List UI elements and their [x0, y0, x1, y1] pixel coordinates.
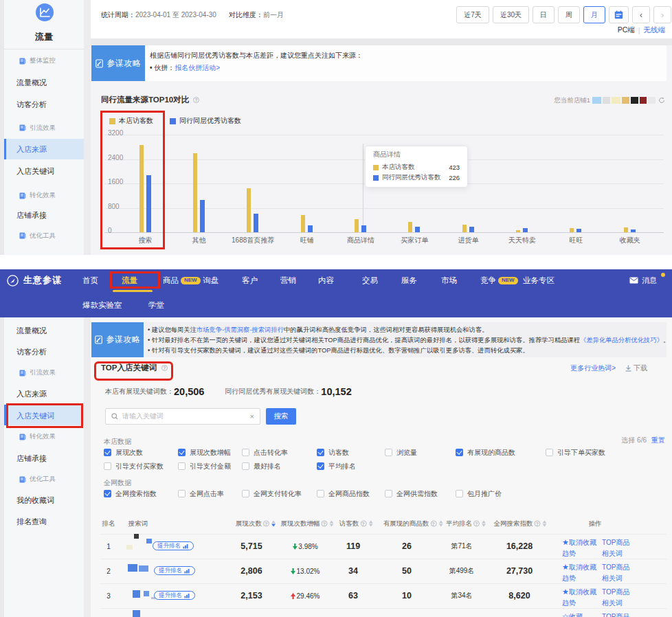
search-button[interactable]: 搜索	[266, 408, 296, 425]
shot2-sidebar-item-优化工具[interactable]: 优化工具	[19, 475, 56, 484]
op-related-words[interactable]: 相关词	[602, 598, 623, 608]
network-data-checkbox-全网商品指数[interactable]: 全网商品指数	[317, 489, 370, 499]
op-trend[interactable]: 趋势	[562, 598, 576, 608]
shot2-sidebar-item-我的收藏词[interactable]: 我的收藏词	[16, 495, 54, 506]
store-data-checkbox-引导支付金额[interactable]: 引导支付金额	[178, 462, 231, 471]
store-data-checkbox-引导下单买家数[interactable]: 引导下单买家数	[546, 448, 605, 458]
shot1-sidebar-item-引流效果[interactable]: 引流效果	[19, 124, 56, 133]
network-data-checkbox-全网支付转化率[interactable]: 全网支付转化率	[242, 489, 302, 499]
filter-reset-link[interactable]: 重置	[651, 436, 665, 445]
next-period-button[interactable]: ›	[653, 6, 671, 23]
device-pc[interactable]: PC端	[618, 25, 635, 35]
sort-arrows-平均排名[interactable]	[482, 521, 486, 527]
nav-message[interactable]: 消息	[629, 275, 657, 286]
col-help-icon[interactable]: ?	[263, 521, 269, 527]
calendar-button[interactable]	[609, 6, 629, 23]
sort-arrows-全网搜索指数[interactable]	[543, 521, 547, 527]
bullet-link[interactable]: 《差异化单品分析优化技巧》	[580, 337, 663, 344]
op-trend[interactable]: 趋势	[562, 574, 576, 583]
nav-item-流量[interactable]: 流量	[122, 276, 137, 285]
shot2-sidebar-item-入店关键词[interactable]: 入店关键词	[16, 411, 54, 421]
nav-item-营销[interactable]: 营销	[280, 276, 296, 285]
store-data-checkbox-访客数[interactable]: 访客数	[317, 448, 349, 458]
store-refresh-icon[interactable]	[658, 97, 665, 104]
store-data-checkbox-平均排名[interactable]: 平均排名	[317, 462, 356, 471]
nav-item-市场[interactable]: 市场	[441, 276, 457, 285]
network-data-checkbox-全网搜索指数[interactable]: 全网搜索指数	[104, 489, 157, 499]
store-data-checkbox-有展现的商品数[interactable]: 有展现的商品数	[456, 448, 515, 458]
shot2-sidebar-item-转化效果[interactable]: 转化效果	[19, 432, 56, 441]
keyword-title-help-icon[interactable]: ?	[161, 365, 168, 371]
op-favorite[interactable]: ★取消收藏	[562, 563, 596, 572]
shot2-sidebar-item-访客分析[interactable]: 访客分析	[16, 347, 47, 357]
legend-item-本店访客数[interactable]: 本店访客数	[109, 116, 153, 126]
op-related-words[interactable]: 相关词	[602, 574, 623, 583]
sort-arrows-展现次数[interactable]	[271, 521, 276, 527]
device-wireless[interactable]: 无线端	[644, 25, 666, 35]
op-top-products[interactable]: TOP商品	[602, 563, 629, 572]
bullet-link[interactable]: 市场竞争-供需洞察-搜索词排行	[197, 326, 284, 333]
op-trend[interactable]: 趋势	[562, 549, 576, 559]
nav-item-业务专区[interactable]: 业务专区	[523, 276, 555, 285]
col-header-平均排名[interactable]: 平均排名?	[446, 519, 486, 528]
store-data-checkbox-展现次数增幅[interactable]: 展现次数增幅	[178, 448, 231, 458]
shot1-sidebar-item-入店关键词[interactable]: 入店关键词	[16, 166, 54, 177]
col-help-icon[interactable]: ?	[430, 521, 436, 527]
nav-item-商品[interactable]: 商品NEW	[163, 276, 201, 285]
more-hot-words-link[interactable]: 更多行业热词>	[570, 363, 616, 373]
col-header-全网搜索指数[interactable]: 全网搜索指数?	[494, 519, 547, 528]
col-help-icon[interactable]: ?	[473, 521, 480, 527]
shot2-sidebar-item-引流效果[interactable]: 引流效果	[19, 368, 56, 377]
nav-subitem-学堂[interactable]: 学堂	[148, 300, 164, 310]
col-help-icon[interactable]: ?	[322, 521, 328, 527]
shot1-sidebar-item-转化效果[interactable]: 转化效果	[19, 191, 56, 200]
shot1-sidebar-item-整体监控[interactable]: 整体监控	[19, 56, 56, 65]
shot2-sidebar-item-排名查询[interactable]: 排名查询	[16, 517, 47, 527]
op-top-products[interactable]: TOP商品	[602, 612, 629, 617]
shot1-sidebar-item-店铺承接[interactable]: 店铺承接	[16, 210, 47, 221]
nav-item-服务[interactable]: 服务	[401, 276, 417, 285]
shot1-sidebar-item-优化工具[interactable]: 优化工具	[19, 232, 56, 240]
range-button-近7天[interactable]: 近7天	[456, 6, 489, 23]
sort-arrows-有展现的商品数[interactable]	[438, 521, 443, 527]
chart-title-help-icon[interactable]: ?	[193, 97, 199, 103]
nav-item-询盘[interactable]: 询盘	[203, 276, 219, 285]
op-favorite[interactable]: ★取消收藏	[562, 587, 596, 597]
col-header-展现次数[interactable]: 展现次数?	[236, 519, 276, 528]
op-favorite[interactable]: ★取消收藏	[562, 538, 596, 548]
improve-rank-badge[interactable]: 提升排名	[153, 541, 194, 550]
op-top-products[interactable]: TOP商品	[602, 587, 629, 597]
range-button-日[interactable]: 日	[533, 6, 555, 23]
col-header-有展现的商品数[interactable]: 有展现的商品数?	[383, 519, 443, 528]
network-data-checkbox-全网点击率[interactable]: 全网点击率	[178, 489, 224, 499]
range-button-周[interactable]: 周	[558, 6, 580, 23]
search-clear-icon[interactable]: ×	[250, 412, 254, 420]
shot1-sidebar-item-入店来源[interactable]: 入店来源	[16, 144, 47, 155]
legend-item-同行同层优秀访客数[interactable]: 同行同层优秀访客数	[170, 116, 241, 126]
op-related-words[interactable]: 相关词	[602, 549, 623, 559]
range-button-月[interactable]: 月	[583, 6, 605, 23]
col-header-展现次数增幅[interactable]: 展现次数增幅?	[281, 519, 334, 528]
shot2-sidebar-item-店铺承接[interactable]: 店铺承接	[16, 453, 47, 464]
op-favorite[interactable]: ☆收藏	[562, 612, 583, 617]
nav-item-交易[interactable]: 交易	[362, 276, 378, 285]
store-data-checkbox-点击转化率[interactable]: 点击转化率	[242, 448, 288, 458]
store-data-checkbox-浏览量[interactable]: 浏览量	[385, 448, 417, 458]
network-data-checkbox-全网供需指数[interactable]: 全网供需指数	[385, 489, 438, 499]
download-button[interactable]: 下载	[625, 363, 647, 373]
op-top-products[interactable]: TOP商品	[602, 538, 629, 548]
store-data-checkbox-最好排名[interactable]: 最好排名	[242, 462, 281, 471]
nav-item-竞争[interactable]: 竞争NEW	[480, 276, 518, 285]
prev-period-button[interactable]: ‹	[632, 6, 650, 23]
improve-rank-badge[interactable]: 提升排名	[154, 591, 195, 600]
advisor-bullet-link[interactable]: 报名伙拼活动>	[175, 64, 220, 71]
col-header-访客数[interactable]: 访客数?	[339, 519, 373, 528]
nav-item-客户[interactable]: 客户	[242, 276, 258, 285]
shot1-sidebar-item-访客分析[interactable]: 访客分析	[16, 100, 47, 110]
store-data-checkbox-引导支付买家数[interactable]: 引导支付买家数	[104, 462, 164, 471]
shot2-sidebar-item-入店来源[interactable]: 入店来源	[16, 389, 47, 399]
shot2-sidebar-item-流量概况[interactable]: 流量概况	[16, 326, 47, 336]
improve-rank-badge[interactable]: 提升排名	[154, 566, 195, 575]
shot1-sidebar-item-流量概况[interactable]: 流量概况	[16, 78, 47, 88]
sort-arrows-访客数[interactable]	[368, 521, 372, 527]
